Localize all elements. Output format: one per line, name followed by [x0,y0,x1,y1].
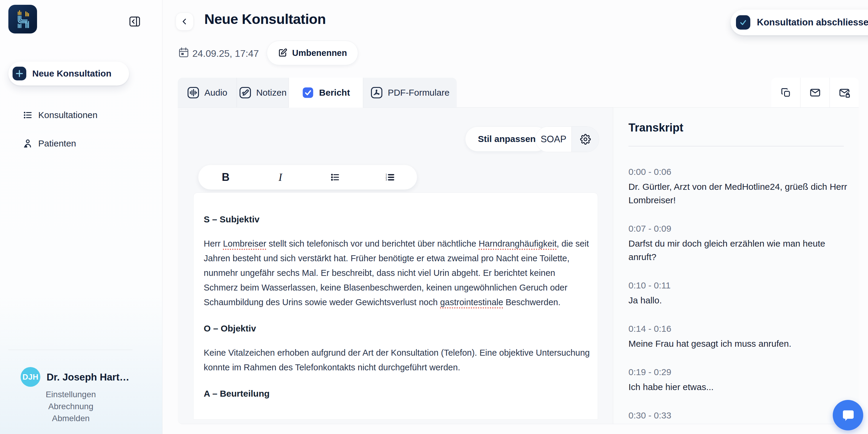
mail-lock-icon [839,87,850,98]
rename-button[interactable]: Umbenennen [267,41,358,65]
avatar: DJH [21,367,40,387]
report-action-bar [771,78,859,108]
user-name: Dr. Joseph Hart… [46,372,129,383]
new-consultation-label: Neue Konsultation [32,68,112,79]
audio-waveform-icon [187,86,199,99]
plus-icon [12,67,26,80]
transcript-text: Darfst du mir doch gleich erzählen wie m… [628,237,849,264]
transcript-timestamp: 0:00 - 0:06 [628,167,849,177]
italic-button[interactable]: I [253,165,308,190]
transcript-panel: Transkript 0:00 - 0:06 Dr. Gürtler, Arzt… [613,108,859,424]
misspelled-word: Harndranghäufigkeit [478,239,556,249]
transcript-text: Ja hallo. [628,293,849,307]
tab-bericht[interactable]: Bericht [289,78,363,108]
format-settings-button[interactable] [571,127,599,152]
misspelled-word: gastrointestinale [440,297,503,307]
notes-pencil-icon [239,86,251,99]
app-root: Neue Konsultation Konsultationen Patient… [0,0,868,434]
report-document[interactable]: S – SubjektivHerr Lombreiser stellt sich… [193,193,598,419]
tab-label: Bericht [319,88,350,98]
formatting-toolbar: B I 1 2 3 [198,165,417,190]
transcript-fade [613,419,859,424]
bullet-list-button[interactable] [308,165,362,190]
tab-label: Audio [204,88,227,98]
report-section-heading: S – Subjektiv [204,214,591,225]
numbered-list-icon: 1 2 3 [385,172,395,182]
panel-collapse-icon [129,17,140,27]
settings-link[interactable]: Einstellungen [0,388,142,401]
tab-pdf-formulare[interactable]: PDF-Formulare [363,78,457,108]
transcript-timestamp: 0:14 - 0:16 [628,324,849,334]
copy-report-button[interactable] [771,78,801,108]
bullet-list-icon [330,172,340,182]
tab-notizen[interactable]: Notizen [237,78,289,108]
sidebar-item-konsultationen[interactable]: Konsultationen [0,104,162,126]
format-selector: SOAP [535,126,599,152]
transcript-timestamp: 0:19 - 0:29 [628,367,849,377]
finish-consultation-button[interactable]: Konsultation abschliessen [731,9,868,35]
sidebar-collapse-button[interactable] [129,17,140,27]
transcript-text: Dr. Gürtler, Arzt von der MedHotline24, … [628,180,849,207]
secure-mail-button[interactable] [830,78,859,108]
back-button[interactable] [176,12,193,30]
transcript-timestamp: 0:10 - 0:11 [628,280,849,291]
report-paragraph: Keine Vitalzeichen erhoben aufgrund der … [204,346,591,375]
edit-pencil-icon [278,48,287,58]
format-value[interactable]: SOAP [535,127,571,152]
mail-icon [809,87,821,98]
sidebar-item-patienten[interactable]: Patienten [0,133,162,154]
sidebar-divider [8,350,133,350]
transcript-entry: 0:00 - 0:06 Dr. Gürtler, Arzt von der Me… [628,167,849,207]
new-consultation-button[interactable]: Neue Konsultation [8,62,129,86]
app-logo [8,5,37,33]
finish-label: Konsultation abschliessen [757,17,868,28]
transcript-list: 0:00 - 0:06 Dr. Gürtler, Arzt von der Me… [628,167,849,424]
bold-button[interactable]: B [198,165,253,190]
tab-bar: Audio Notizen Bericht PDF-Formulare [178,78,457,108]
pdf-icon [370,86,383,99]
page-title: Neue Konsultation [204,11,326,27]
transcript-entry: 0:07 - 0:09 Darfst du mir doch gleich er… [628,224,849,264]
svg-text:3: 3 [385,178,387,181]
copy-icon [780,87,791,98]
sidebar-item-label: Konsultationen [38,110,98,120]
report-check-icon [302,86,314,99]
tab-label: PDF-Formulare [388,88,450,98]
billing-link[interactable]: Abrechnung [0,401,142,412]
check-icon [736,15,750,30]
user-links: Einstellungen Abrechnung Abmelden [0,388,142,425]
transcript-title: Transkript [628,121,683,134]
chat-bubble-icon [841,408,855,422]
send-mail-button[interactable] [801,78,830,108]
calendar-icon [179,47,189,59]
transcript-entry: 0:10 - 0:11 Ja hallo. [628,280,849,307]
tab-audio[interactable]: Audio [178,78,237,108]
report-editor-panel: Stil anpassen SOAP B I [178,108,613,424]
transcript-timestamp: 0:07 - 0:09 [628,224,849,234]
list-icon [23,110,33,120]
logo-icon [12,8,33,30]
transcript-text: Ich habe hier etwas... [628,380,849,394]
content-card: Stil anpassen SOAP B I [178,108,859,424]
transcript-entry: 0:19 - 0:29 Ich habe hier etwas... [628,367,849,394]
gear-icon [580,134,591,145]
logout-link[interactable]: Abmelden [0,412,142,425]
misspelled-word: Lombreiser [223,239,266,249]
chat-widget-button[interactable] [833,400,863,430]
transcript-text: Meine Frau hat gesagt ich muss anrufen. [628,337,849,350]
transcript-entry: 0:14 - 0:16 Meine Frau hat gesagt ich mu… [628,324,849,350]
chevron-left-icon [181,18,188,25]
sidebar: Neue Konsultation Konsultationen Patient… [0,0,162,434]
report-section-heading: A – Beurteilung [204,388,591,399]
transcript-divider [628,146,844,146]
numbered-list-button[interactable]: 1 2 3 [362,165,417,190]
sidebar-item-label: Patienten [38,138,76,149]
patient-icon [23,138,33,149]
tab-label: Notizen [256,88,287,98]
report-section-heading: O – Objektiv [204,323,591,334]
consultation-datetime: 24.09.25, 17:47 [192,48,259,59]
rename-label: Umbenennen [292,48,347,58]
report-paragraph: Herr Lombreiser stellt sich telefonisch … [204,236,591,310]
